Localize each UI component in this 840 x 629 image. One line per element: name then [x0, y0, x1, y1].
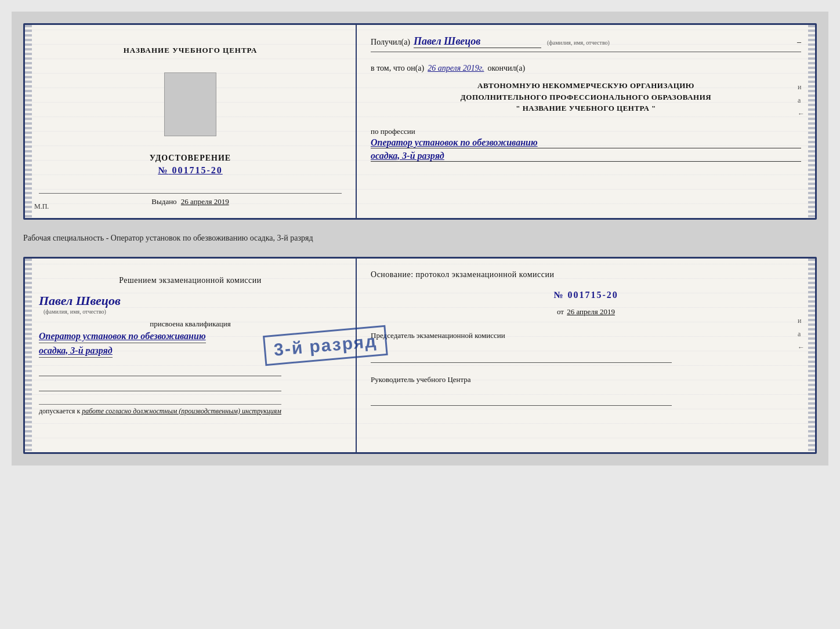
protocol-number: № 001715-20: [371, 290, 801, 300]
sig-line-1: [39, 365, 281, 376]
admitted-italic: работе согласно должностным (производств…: [82, 407, 281, 415]
photo-placeholder: [164, 72, 216, 136]
org-block: АВТОНОМНУЮ НЕКОММЕРЧЕСКУЮ ОРГАНИЗАЦИЮ ДО…: [371, 80, 801, 114]
page-container: НАЗВАНИЕ УЧЕБНОГО ЦЕНТРА УДОСТОВЕРЕНИЕ №…: [12, 12, 828, 466]
protocol-date-prefix: от: [557, 307, 564, 316]
in-that-prefix: в том, что он(а): [371, 64, 424, 73]
side-chars-1: и а ←: [798, 83, 805, 118]
qualification-value: Оператор установок по обезвоживанию: [39, 331, 206, 343]
fio-label-1: (фамилия, имя, отчество): [547, 39, 610, 46]
dash-right-1: –: [797, 38, 801, 47]
basis-label: Основание: протокол экзаменационной коми…: [371, 269, 801, 281]
doc1-left-title: НАЗВАНИЕ УЧЕБНОГО ЦЕНТРА: [124, 46, 258, 55]
separator-text: Рабочая специальность - Оператор установ…: [23, 229, 817, 248]
profession-label: по профессии: [371, 127, 801, 136]
cert-number: № 001715-20: [150, 165, 231, 176]
profession-sub: осадка, 3-й разряд: [371, 151, 801, 162]
head-label: Руководитель учебного Центра: [371, 375, 801, 385]
cert-block: УДОСТОВЕРЕНИЕ № 001715-20: [150, 154, 231, 176]
person-name-large: Павел Швецов: [39, 293, 121, 308]
profession-block: по профессии Оператор установок по обезв…: [371, 122, 801, 162]
sig-line-2: [39, 380, 281, 391]
admitted-prefix: допускается к: [39, 407, 80, 415]
document-1: НАЗВАНИЕ УЧЕБНОГО ЦЕНТРА УДОСТОВЕРЕНИЕ №…: [23, 23, 817, 220]
org-line2: ДОПОЛНИТЕЛЬНОГО ПРОФЕССИОНАЛЬНОГО ОБРАЗО…: [371, 92, 801, 103]
in-that-date: 26 апреля 2019г.: [428, 64, 484, 73]
cert-label: УДОСТОВЕРЕНИЕ: [150, 154, 231, 163]
document-2: Решением экзаменационной комиссии Павел …: [23, 257, 817, 454]
org-line3: " НАЗВАНИЕ УЧЕБНОГО ЦЕНТРА ": [371, 103, 801, 114]
right-edge-deco-2: [808, 259, 815, 452]
left-edge-deco-1: [25, 25, 32, 218]
signature-lines: [39, 365, 342, 395]
profession-value: Оператор установок по обезвоживанию: [371, 137, 801, 148]
received-name: Павел Швецов: [414, 35, 541, 48]
org-line1: АВТОНОМНУЮ НЕКОММЕРЧЕСКУЮ ОРГАНИЗАЦИЮ: [371, 80, 801, 92]
assigned-label: присвоена квалификация: [39, 319, 342, 329]
protocol-date-value: 26 апреля 2019: [567, 307, 615, 316]
chairman-label: Председатель экзаменационной комиссии: [371, 330, 801, 341]
chairman-sig-line: [371, 350, 672, 363]
side-char3-1: ←: [798, 110, 805, 118]
issued-label: Выдано: [151, 197, 176, 206]
right-edge-deco-1: [808, 25, 815, 218]
received-prefix: Получил(а): [371, 38, 410, 47]
finished-label: окончил(а): [487, 64, 525, 73]
admitted-line: допускается к работе согласно должностны…: [39, 404, 281, 416]
doc2-left-title: Решением экзаменационной комиссии: [39, 275, 342, 286]
mp-label: М.П.: [34, 202, 49, 211]
fio-label-2: (фамилия, имя, отчество): [44, 308, 121, 315]
side-char1-2: и: [798, 317, 805, 325]
doc2-right-panel: Основание: протокол экзаменационной коми…: [357, 259, 815, 452]
doc2-left-panel: Решением экзаменационной комиссии Павел …: [25, 259, 357, 452]
side-char2-1: а: [798, 96, 805, 105]
head-sig-line: [371, 393, 672, 406]
left-edge-deco-2: [25, 259, 32, 452]
side-char2-2: а: [798, 330, 805, 339]
side-char3-2: ←: [798, 343, 805, 352]
cert-number-value: 001715-20: [172, 165, 222, 175]
side-char1-1: и: [798, 83, 805, 92]
received-block: Получил(а) Павел Швецов (фамилия, имя, о…: [371, 35, 801, 52]
doc1-right-panel: Получил(а) Павел Швецов (фамилия, имя, о…: [357, 25, 815, 218]
in-that-block: в том, что он(а) 26 апреля 2019г. окончи…: [371, 59, 801, 73]
protocol-date: от 26 апреля 2019: [371, 307, 801, 317]
issued-line: Выдано 26 апреля 2019: [39, 193, 342, 206]
cert-number-prefix: №: [158, 165, 168, 175]
issued-date: 26 апреля 2019: [181, 197, 229, 206]
person-name-block: Павел Швецов (фамилия, имя, отчество): [39, 293, 121, 315]
qualification-sub: осадка, 3-й разряд: [39, 346, 113, 358]
doc1-left-panel: НАЗВАНИЕ УЧЕБНОГО ЦЕНТРА УДОСТОВЕРЕНИЕ №…: [25, 25, 357, 218]
side-chars-2: и а ←: [798, 317, 805, 352]
